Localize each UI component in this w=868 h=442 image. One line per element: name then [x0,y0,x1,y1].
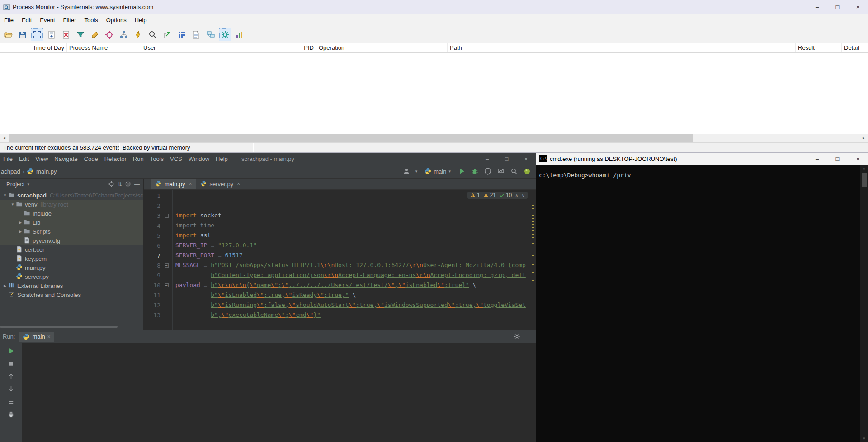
down-button[interactable] [7,385,15,393]
close-icon[interactable]: × [47,334,51,340]
open-button[interactable] [2,28,14,41]
process-tree-button[interactable] [118,28,130,41]
tree-item-main-py[interactable]: main.py [0,263,143,272]
next-problem-icon[interactable]: ∨ [522,193,525,198]
column-header-result[interactable]: Result [796,43,842,52]
pycharm-menu-view[interactable]: View [32,155,51,162]
tree-item-include[interactable]: Include [0,209,143,218]
inspection-warning-count[interactable]: 21 [483,192,496,198]
search-everywhere-button[interactable] [510,167,518,175]
scroll-left-arrow[interactable]: ◄ [0,134,9,142]
include-process-button[interactable] [104,28,115,41]
maximize-button[interactable]: □ [497,153,516,165]
pycharm-menu-run[interactable]: Run [130,155,147,162]
prev-problem-icon[interactable]: ∧ [515,193,518,198]
minimize-button[interactable]: – [807,153,827,165]
tree-item-external-libraries[interactable]: ▶External Libraries [0,281,143,290]
tree-item-scrachpad[interactable]: ▼scrachpadC:\Users\Tomer\P¨charmProjects… [0,191,143,200]
inspection-ok-count[interactable]: 10 [499,192,512,198]
jump-to-button[interactable] [161,28,173,41]
pycharm-menu-navigate[interactable]: Navigate [51,155,80,162]
rerun-button[interactable] [7,347,15,355]
column-header-time-of-day[interactable]: Time of Day [0,43,67,52]
pycharm-menu-edit[interactable]: Edit [16,155,32,162]
show-filesystem-button[interactable] [190,28,202,41]
close-icon[interactable]: × [237,181,240,187]
tree-item-scratches-and-consoles[interactable]: Scratches and Consoles [0,290,143,299]
cmd-terminal[interactable]: c:\temp\Debug>whoami /priv ▲ ▼ [536,165,868,442]
tree-item-server-py[interactable]: server.py [0,272,143,281]
tree-item-venv[interactable]: ▼venvlibrary root [0,200,143,209]
breadcrumb-root[interactable]: achpad [1,168,20,175]
procmon-menu-event[interactable]: Event [36,17,59,24]
inspections-widget[interactable]: 12110∧∨ [467,192,528,199]
stop-button[interactable] [7,359,15,367]
show-network-button[interactable] [205,28,217,41]
capture-button[interactable] [31,28,43,41]
pycharm-menu-refactor[interactable]: Refactor [101,155,130,162]
inspection-warning-count[interactable]: 1 [470,192,480,198]
column-header-operation[interactable]: Operation [316,43,448,52]
highlight-button[interactable] [89,28,101,41]
hide-panel-button[interactable]: — [134,181,140,188]
save-button[interactable] [17,28,28,41]
editor-tab-server-py[interactable]: server.py× [196,179,245,189]
scroll-up-arrow[interactable]: ▲ [863,165,865,172]
gear-button[interactable] [125,181,132,188]
scroll-down-arrow[interactable]: ▼ [863,435,865,442]
procmon-scrollbar-thumb[interactable] [9,134,693,142]
tree-item-lib[interactable]: ▶Lib [0,218,143,227]
cmd-titlebar[interactable]: C:\ cmd.exe (running as DESKTOP-JOORUNO\… [536,153,868,165]
up-button[interactable] [7,372,15,380]
clear-button[interactable] [60,28,72,41]
scroll-right-arrow[interactable]: ► [859,134,868,142]
locate-button[interactable] [108,181,115,188]
gear-button[interactable] [514,333,520,340]
chevron-right-icon[interactable]: ▶ [17,221,24,225]
procmon-titlebar[interactable]: Process Monitor - Sysinternals: www.sysi… [0,0,868,14]
tree-item-pyvenv-cfg[interactable]: pyvenv.cfg [0,236,143,245]
project-tree-scrollbar[interactable] [0,326,118,328]
chevron-right-icon[interactable]: ▶ [17,230,24,234]
close-icon[interactable]: × [189,181,192,187]
run-config-selector[interactable]: main▾ [422,167,453,176]
procmon-menu-help[interactable]: Help [131,17,151,24]
swap-button[interactable]: ⇅ [118,181,122,188]
pycharm-menu-window[interactable]: Window [185,155,212,162]
project-panel-header[interactable]: Project ▾ ⇅— [0,179,143,190]
procmon-menu-options[interactable]: Options [102,17,131,24]
coverage-button[interactable] [484,167,492,175]
minimize-button[interactable]: – [807,0,827,14]
user-menu-button[interactable] [402,167,410,175]
pycharm-menu-vcs[interactable]: VCS [167,155,185,162]
pycharm-menu-code[interactable]: Code [81,155,101,162]
find-button[interactable] [147,28,159,41]
chevron-down-icon[interactable]: ▼ [2,193,8,197]
cmd-scrollbar-thumb[interactable] [862,173,867,187]
column-header-detail[interactable]: Detail [842,43,868,52]
procmon-menu-tools[interactable]: Tools [80,17,102,24]
menu-button[interactable] [7,397,15,405]
tree-item-key-pem[interactable]: key.pem [0,254,143,263]
editor-tab-main-py[interactable]: main.py× [151,179,196,189]
pycharm-menu-file[interactable]: File [0,155,16,162]
autoscroll-button[interactable] [46,28,57,41]
run-tab-main[interactable]: main × [19,332,54,342]
chevron-right-icon[interactable]: ▶ [2,284,8,288]
column-header-path[interactable]: Path [448,43,796,52]
pycharm-menu-tools[interactable]: Tools [147,155,167,162]
chevron-down-icon[interactable]: ▼ [9,202,16,207]
fold-icon[interactable]: − [165,263,169,268]
hide-panel-button[interactable]: — [525,334,530,340]
bolt-button[interactable] [132,28,144,41]
procmon-event-list[interactable] [0,53,868,134]
pycharm-menu-help[interactable]: Help [212,155,231,162]
maximize-button[interactable]: □ [827,0,848,14]
procmon-menu-file[interactable]: File [0,17,18,24]
close-button[interactable]: × [516,153,536,165]
column-header-process-name[interactable]: Process Name [67,43,141,52]
breadcrumb-file[interactable]: main.py [36,168,57,175]
debug-button[interactable] [471,167,479,175]
run-button[interactable] [458,167,466,175]
editor[interactable]: 123−45678−910−111213 import socketimport… [144,190,536,330]
